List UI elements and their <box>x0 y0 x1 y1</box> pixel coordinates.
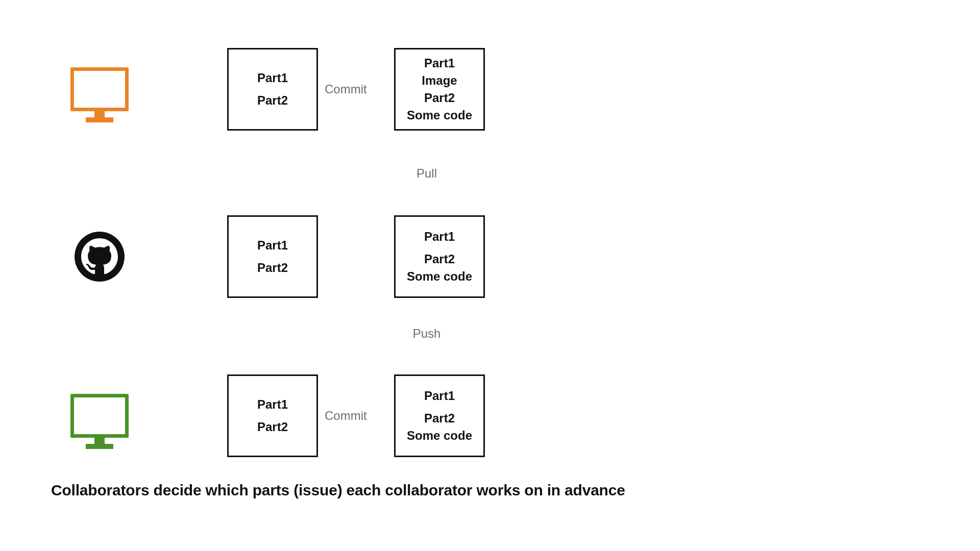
box-text: Some code <box>407 428 472 443</box>
box-text: Part2 <box>424 252 455 267</box>
diagram-row-3: Part1 Part2 Commit Part1 Part2 Some code <box>0 372 510 459</box>
diagram-row-2: Part1 Part2 Part1 Part2 Some code <box>0 213 510 300</box>
row2-box-initial: Part1 Part2 <box>227 215 318 298</box>
row2-box-after: Part1 Part2 Some code <box>394 215 485 298</box>
pull-label: Pull <box>416 166 437 181</box>
box-text: Part1 <box>424 56 455 71</box>
box-text: Part1 <box>257 238 288 253</box>
box-text: Some code <box>407 108 472 123</box>
box-text: Part1 <box>424 388 455 404</box>
monitor-green-icon <box>66 388 133 444</box>
push-label: Push <box>413 327 441 341</box>
box-text: Image <box>422 73 457 88</box>
row3-box-initial: Part1 Part2 <box>227 374 318 457</box>
monitor-orange-icon <box>66 61 133 117</box>
box-text: Part1 <box>257 70 288 86</box>
box-text: Part2 <box>257 260 288 276</box>
box-text: Some code <box>407 269 472 284</box>
box-text: Part1 <box>424 229 455 244</box>
row1-box-after: Part1 Image Part2 Some code <box>394 48 485 131</box>
commit-label: Commit <box>325 82 367 96</box>
box-text: Part2 <box>257 93 288 108</box>
row1-box-initial: Part1 Part2 <box>227 48 318 131</box>
row3-box-after: Part1 Part2 Some code <box>394 374 485 457</box>
box-text: Part2 <box>424 411 455 426</box>
diagram-row-1: Part1 Part2 Commit Part1 Image Part2 Som… <box>0 46 510 133</box>
box-text: Part2 <box>257 419 288 435</box>
box-text: Part2 <box>424 90 455 106</box>
caption-text: Collaborators decide which parts (issue)… <box>51 482 625 499</box>
box-text: Part1 <box>257 397 288 412</box>
diagram-canvas: Part1 Part2 Commit Part1 Image Part2 Som… <box>0 0 980 551</box>
commit-label: Commit <box>325 409 367 423</box>
github-icon <box>66 229 133 285</box>
